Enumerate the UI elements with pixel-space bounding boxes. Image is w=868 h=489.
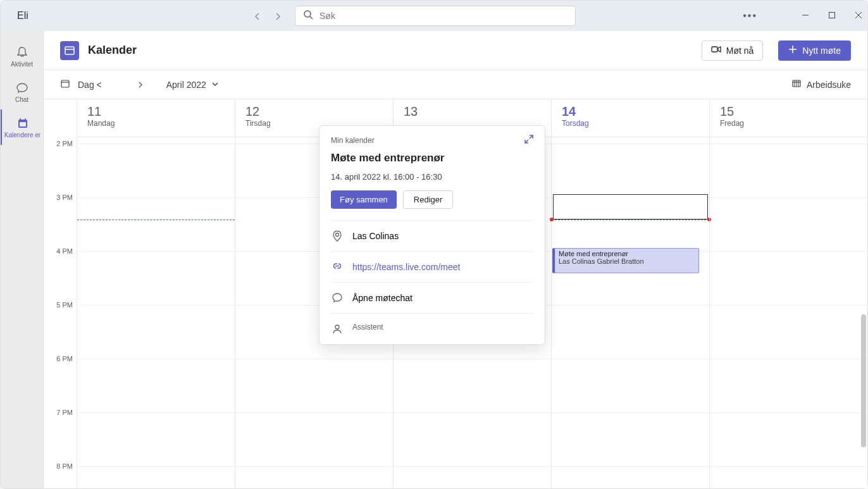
time-selection-box[interactable] xyxy=(553,194,708,220)
sidebar-item-activity[interactable]: Aktivitet xyxy=(1,39,43,74)
workweek-button[interactable]: Arbeidsuke xyxy=(791,78,851,90)
join-button[interactable]: Føy sammen xyxy=(331,190,397,209)
chat-icon xyxy=(15,81,29,95)
chevron-down-icon xyxy=(211,80,219,90)
sidebar-item-calendar[interactable]: Kalendere er xyxy=(1,109,43,145)
day-name: Fredag xyxy=(720,119,857,128)
day-number: 12 xyxy=(245,104,383,119)
svg-point-22 xyxy=(336,233,339,237)
app-title: Eli xyxy=(17,10,28,22)
popup-role: Assistent xyxy=(352,323,383,331)
svg-rect-3 xyxy=(829,13,835,18)
svg-rect-7 xyxy=(20,122,26,127)
popup-calendar-name: Min kalender xyxy=(331,136,375,145)
svg-rect-10 xyxy=(65,47,74,54)
page-header: Kalender Møt nå Nytt møte xyxy=(44,31,867,70)
minimize-icon[interactable] xyxy=(802,10,809,22)
popup-title: Møte med entreprenør xyxy=(319,149,545,167)
calendar-app-icon xyxy=(60,41,79,60)
now-indicator xyxy=(552,220,709,220)
day-number: 11 xyxy=(87,104,225,119)
day-column-monday[interactable]: 11 Mandag xyxy=(77,99,235,488)
time-label: 2 PM xyxy=(56,140,73,147)
edit-button[interactable]: Rediger xyxy=(403,190,454,209)
calendar-event[interactable]: Møte med entreprenør Las Colinas Gabriel… xyxy=(552,248,699,273)
sidebar-item-chat[interactable]: Chat xyxy=(1,74,43,109)
time-label: 8 PM xyxy=(56,462,73,470)
chat-icon xyxy=(331,292,344,304)
today-icon[interactable] xyxy=(60,78,70,91)
time-label: 4 PM xyxy=(56,247,73,255)
time-label: 6 PM xyxy=(56,355,73,362)
next-arrow-icon[interactable] xyxy=(135,79,146,90)
nav-back-icon[interactable] xyxy=(254,11,263,20)
popup-time: 14. april 2022 kl. 16:00 - 16:30 xyxy=(319,167,545,190)
day-column-thursday[interactable]: 14 Torsdag xyxy=(551,99,709,488)
time-label: 7 PM xyxy=(56,409,73,416)
open-chat-row[interactable]: Åpne møtechat xyxy=(331,282,533,313)
person-icon xyxy=(331,323,344,335)
event-title: Møte med entreprenør xyxy=(559,250,695,257)
app-sidebar: Aktivitet Chat Kalendere er xyxy=(1,31,44,488)
day-number: 15 xyxy=(720,104,857,119)
popup-link: https://teams.live.com/meet xyxy=(352,262,460,272)
sidebar-item-label: Aktivitet xyxy=(11,61,33,68)
popup-location: Las Colinas xyxy=(352,231,399,241)
more-icon[interactable]: ••• xyxy=(743,10,757,22)
popup-chat-label: Åpne møtechat xyxy=(352,293,412,303)
sidebar-item-label: Chat xyxy=(15,96,28,103)
now-indicator xyxy=(77,220,235,220)
event-subtitle: Las Colinas Gabriel Bratton xyxy=(559,257,695,265)
meet-now-button[interactable]: Møt nå xyxy=(702,40,764,61)
svg-line-1 xyxy=(310,16,313,19)
event-popup: Min kalender Møte med entreprenør 14. ap… xyxy=(319,125,545,345)
scrollbar-thumb[interactable] xyxy=(861,314,866,447)
day-name: Mandag xyxy=(87,119,225,128)
expand-icon[interactable] xyxy=(524,135,533,145)
video-icon xyxy=(711,44,721,56)
time-label: 5 PM xyxy=(56,301,73,309)
bell-icon xyxy=(15,46,29,59)
plus-icon xyxy=(788,45,797,56)
svg-rect-15 xyxy=(61,80,69,87)
svg-point-23 xyxy=(335,325,339,329)
meeting-link-row[interactable]: https://teams.live.com/meet xyxy=(331,251,533,282)
svg-rect-12 xyxy=(712,47,717,52)
page-title: Kalender xyxy=(88,44,137,57)
calendar-icon xyxy=(16,116,30,130)
titlebar: Eli ••• xyxy=(1,1,867,31)
search-icon xyxy=(303,9,313,22)
location-icon xyxy=(331,230,344,242)
workweek-icon xyxy=(791,78,802,90)
day-number: 13 xyxy=(404,104,541,119)
sidebar-item-label: Kalendere er xyxy=(4,132,40,139)
day-column-friday[interactable]: 15 Fredag xyxy=(709,99,867,488)
link-icon xyxy=(331,261,344,273)
search-input[interactable] xyxy=(319,11,567,21)
month-selector[interactable]: April 2022 xyxy=(166,80,219,90)
close-icon[interactable] xyxy=(855,10,862,22)
new-meeting-button[interactable]: Nytt møte xyxy=(778,40,851,61)
calendar-toolbar: Dag < April 2022 Arbeidsuke xyxy=(44,70,867,99)
day-number: 14 xyxy=(562,104,699,119)
nav-forward-icon[interactable] xyxy=(274,11,283,20)
search-bar[interactable] xyxy=(295,6,576,26)
time-label: 3 PM xyxy=(56,194,73,201)
day-name: Torsdag xyxy=(562,119,699,128)
svg-point-0 xyxy=(304,11,311,17)
maximize-icon[interactable] xyxy=(828,10,836,22)
day-view-button[interactable]: Dag < xyxy=(78,80,102,90)
